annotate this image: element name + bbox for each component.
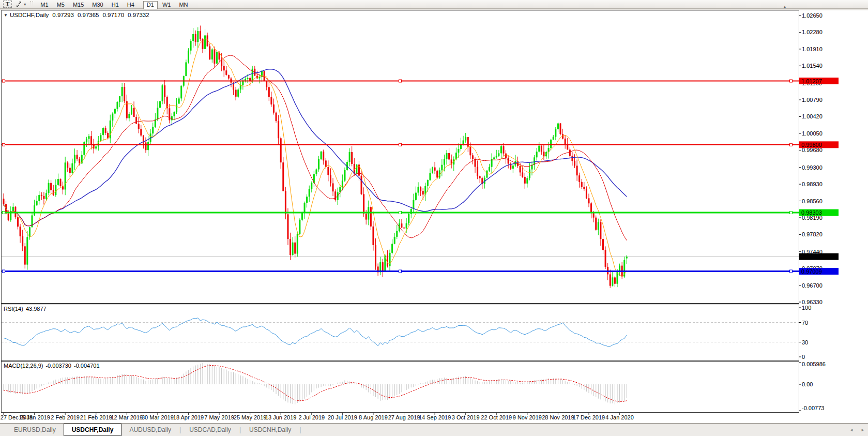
ohlc-open: 0.97293 <box>52 12 74 18</box>
timeframe-button-m1[interactable]: M1 <box>37 1 52 9</box>
timeframe-button-d1[interactable]: D1 <box>143 1 158 9</box>
date-axis-tick: 2 Jul 2019 <box>298 414 325 420</box>
line-handle[interactable] <box>3 80 5 82</box>
level-price-label-1.01207-text: 1.01207 <box>801 78 822 84</box>
level-price-label-0.99800-text: 0.99800 <box>801 142 822 148</box>
date-axis-tick: 27 Aug 2019 <box>388 414 420 420</box>
text-label-tool-button[interactable]: T <box>3 1 12 8</box>
chart-tabs: EURUSD,DailyUSDCHF,DailyAUDUSD,Daily|USD… <box>0 424 301 436</box>
macd-name: MACD(12,26,9) <box>4 363 43 369</box>
chart-tab-usdcnh-daily[interactable]: USDCNH,Daily <box>241 424 299 436</box>
timeframe-button-w1[interactable]: W1 <box>159 1 175 9</box>
rsi-indicator-label: RSI(14)43.9877 <box>4 306 49 312</box>
line-handle[interactable] <box>399 143 402 146</box>
date-axis-tick: 20 Jul 2019 <box>328 414 357 420</box>
line-handle[interactable] <box>3 270 5 273</box>
price-axis-tick: 0.98190 <box>802 215 823 221</box>
tab-scroll-buttons: ◄ ► <box>843 428 865 432</box>
macd-value: -0.003730 <box>45 363 71 369</box>
rsi-axis-tick: 0 <box>802 354 805 360</box>
timeframe-button-m15[interactable]: M15 <box>69 1 87 9</box>
price-axis-tick: 0.98930 <box>802 181 823 187</box>
line-handle[interactable] <box>399 270 402 273</box>
price-axis-tick: 1.02650 <box>802 12 823 19</box>
current-price-label-text: 0.97332 <box>801 253 822 260</box>
timeframe-button-group: M1M5M15M30H1H4D1W1MN <box>36 0 196 9</box>
price-axis-tick: 1.00050 <box>802 130 823 137</box>
date-axis-tick: 27 Dec 2018 <box>1 414 33 420</box>
price-axis-tick: 0.99300 <box>802 164 823 171</box>
timeframe-button-mn[interactable]: MN <box>175 1 191 9</box>
candlesticks <box>3 25 628 288</box>
line-handle[interactable] <box>399 212 402 214</box>
date-axis-tick: 15 Jan 2019 <box>19 414 50 420</box>
current-price-label <box>799 253 839 260</box>
price-axis-tick: 0.96330 <box>802 299 823 305</box>
dropdown-caret-icon: ▾ <box>24 2 26 7</box>
line-handle[interactable] <box>790 143 793 146</box>
rsi-axis-tick: 100 <box>802 305 811 311</box>
symbol-dropdown-icon[interactable]: ▼ <box>4 13 8 18</box>
chart-tab-usdchf-daily[interactable]: USDCHF,Daily <box>64 424 122 436</box>
timeframe-button-h4[interactable]: H4 <box>124 1 138 9</box>
price-axis-tick: 1.00790 <box>802 97 823 103</box>
ma-fast-line <box>4 39 627 277</box>
ohlc-close: 0.97332 <box>128 12 149 18</box>
date-axis-tick: 17 Dec 2019 <box>573 414 605 420</box>
date-axis-tick: 12 Mar 2019 <box>111 414 143 420</box>
chart-tab-usdcad-daily[interactable]: USDCAD,Daily <box>181 424 239 436</box>
price-axis-tick: 1.02280 <box>802 29 823 35</box>
macd-indicator-label: MACD(12,26,9)-0.003730-0.004701 <box>4 363 102 369</box>
date-axis-tick: 25 May 2019 <box>234 414 267 420</box>
timeframe-button-m5[interactable]: M5 <box>53 1 68 9</box>
macd-signal-value: -0.004701 <box>74 363 100 369</box>
macd-axis-tick: 0.005986 <box>802 361 826 367</box>
date-axis-tick: 4 Jan 2020 <box>605 414 633 420</box>
date-axis-tick: 2 Feb 2019 <box>51 414 80 420</box>
axis-scroll-up-icon[interactable]: ▲ <box>783 5 787 9</box>
line-handle[interactable] <box>3 143 5 146</box>
macd-axis-tick: 0.00 <box>802 381 813 387</box>
timeframe-button-h1[interactable]: H1 <box>108 1 123 9</box>
rsi-name: RSI(14) <box>4 306 23 312</box>
line-handle[interactable] <box>3 212 5 214</box>
toolbar-grip <box>31 1 33 7</box>
ohlc-high: 0.97365 <box>78 12 99 18</box>
date-axis-tick: 18 Apr 2019 <box>173 414 204 420</box>
chart-tab-eurusd-daily[interactable]: EURUSD,Daily <box>6 424 64 436</box>
date-axis-tick: 7 May 2019 <box>204 414 234 420</box>
date-axis-tick: 21 Feb 2019 <box>80 414 112 420</box>
price-axis-tick: 1.00420 <box>802 113 823 119</box>
price-axis-tick: 0.97070 <box>802 265 823 272</box>
date-axis-tick: 22 Oct 2019 <box>481 414 512 420</box>
timeframe-button-m30[interactable]: M30 <box>88 1 106 9</box>
macd-axis-tick: -0.00773 <box>802 405 824 411</box>
price-axis-tick: 0.96700 <box>802 282 823 289</box>
price-axis-tick: 1.01910 <box>802 46 823 52</box>
date-axis-tick: 9 Nov 2019 <box>513 414 542 420</box>
chart-canvas[interactable]: 1.026501.022801.019101.015401.011601.007… <box>0 0 868 436</box>
price-axis-tick: 0.98560 <box>802 198 823 204</box>
arrows-tool-icon <box>16 1 22 8</box>
date-axis-tick: 30 Mar 2019 <box>142 414 174 420</box>
date-axis-tick: 3 Oct 2019 <box>452 414 480 420</box>
tab-scroll-right-icon[interactable]: ► <box>861 428 865 432</box>
rsi-axis-tick: 30 <box>802 339 808 345</box>
line-handle[interactable] <box>790 80 793 82</box>
arrows-tool-button[interactable]: ▾ <box>16 1 26 8</box>
date-axis-tick: 28 Nov 2019 <box>542 414 574 420</box>
line-handle[interactable] <box>399 80 402 82</box>
line-handle[interactable] <box>790 212 793 214</box>
chart-tab-bar: EURUSD,DailyUSDCHF,DailyAUDUSD,Daily|USD… <box>0 423 868 436</box>
level-price-label-1.01207 <box>799 78 839 84</box>
date-axis-tick: 13 Jun 2019 <box>265 414 297 420</box>
rsi-axis-tick: 70 <box>802 320 808 326</box>
date-axis-tick: 14 Sep 2019 <box>419 414 451 420</box>
line-handle[interactable] <box>790 270 793 273</box>
ma-medium-line <box>4 55 627 240</box>
chart-title: ▼USDCHF,Daily0.972930.973650.971700.9733… <box>4 12 149 18</box>
price-axis-tick: 0.97820 <box>802 231 823 237</box>
level-price-label-0.99800 <box>799 141 839 148</box>
chart-tab-audusd-daily[interactable]: AUDUSD,Daily <box>121 424 179 436</box>
tab-scroll-left-icon[interactable]: ◄ <box>849 428 854 432</box>
